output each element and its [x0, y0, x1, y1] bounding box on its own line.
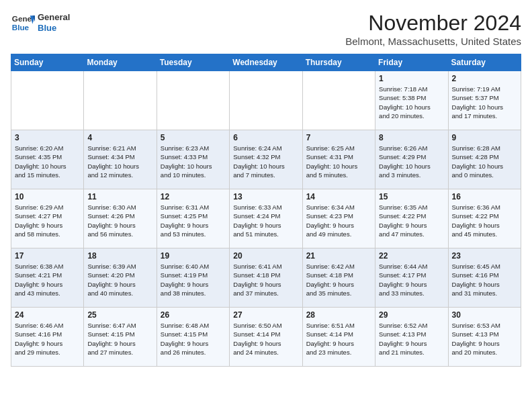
day-number: 11	[87, 192, 152, 201]
day-number: 15	[379, 192, 444, 201]
day-number: 20	[233, 251, 298, 261]
calendar-cell: 24Sunrise: 6:46 AM Sunset: 4:16 PM Dayli…	[11, 308, 84, 367]
day-info: Sunrise: 6:53 AM Sunset: 4:13 PM Dayligh…	[452, 321, 517, 357]
calendar-cell	[302, 71, 375, 130]
day-info: Sunrise: 6:20 AM Sunset: 4:35 PM Dayligh…	[15, 144, 80, 179]
calendar-week: 24Sunrise: 6:46 AM Sunset: 4:16 PM Dayli…	[11, 308, 521, 367]
calendar-cell: 30Sunrise: 6:53 AM Sunset: 4:13 PM Dayli…	[448, 308, 521, 367]
day-info: Sunrise: 6:42 AM Sunset: 4:18 PM Dayligh…	[306, 262, 371, 298]
day-number: 6	[233, 133, 298, 142]
calendar-week: 3Sunrise: 6:20 AM Sunset: 4:35 PM Daylig…	[11, 130, 521, 189]
calendar-cell: 16Sunrise: 6:36 AM Sunset: 4:22 PM Dayli…	[448, 189, 521, 248]
weekday-header: Wednesday	[230, 54, 302, 71]
calendar-cell: 26Sunrise: 6:48 AM Sunset: 4:15 PM Dayli…	[157, 308, 229, 367]
calendar-cell: 13Sunrise: 6:33 AM Sunset: 4:24 PM Dayli…	[230, 189, 302, 248]
day-info: Sunrise: 7:19 AM Sunset: 5:37 PM Dayligh…	[452, 85, 517, 120]
day-number: 13	[233, 192, 298, 201]
page-header: General Blue General Blue November 2024 …	[11, 11, 521, 47]
day-number: 1	[379, 74, 444, 83]
calendar-header: SundayMondayTuesdayWednesdayThursdayFrid…	[11, 54, 521, 71]
calendar-cell: 22Sunrise: 6:44 AM Sunset: 4:17 PM Dayli…	[375, 248, 448, 308]
day-number: 25	[87, 310, 152, 320]
calendar-cell: 9Sunrise: 6:28 AM Sunset: 4:28 PM Daylig…	[448, 130, 521, 189]
day-number: 18	[87, 251, 152, 261]
calendar-cell: 14Sunrise: 6:34 AM Sunset: 4:23 PM Dayli…	[302, 189, 375, 248]
day-number: 21	[306, 251, 371, 261]
day-number: 29	[379, 310, 444, 320]
day-number: 23	[452, 251, 517, 261]
day-info: Sunrise: 6:36 AM Sunset: 4:22 PM Dayligh…	[452, 203, 517, 238]
logo-blue-text: Blue	[38, 23, 70, 34]
day-number: 4	[87, 133, 152, 142]
weekday-header: Saturday	[448, 54, 521, 71]
day-number: 26	[161, 310, 226, 320]
day-info: Sunrise: 6:40 AM Sunset: 4:19 PM Dayligh…	[161, 262, 226, 298]
day-info: Sunrise: 6:31 AM Sunset: 4:25 PM Dayligh…	[161, 203, 226, 238]
calendar-cell: 29Sunrise: 6:52 AM Sunset: 4:13 PM Dayli…	[375, 308, 448, 367]
calendar-cell: 1Sunrise: 7:18 AM Sunset: 5:38 PM Daylig…	[375, 71, 448, 130]
day-info: Sunrise: 6:52 AM Sunset: 4:13 PM Dayligh…	[379, 321, 444, 357]
calendar-cell	[11, 71, 84, 130]
calendar-cell: 25Sunrise: 6:47 AM Sunset: 4:15 PM Dayli…	[84, 308, 157, 367]
day-number: 2	[452, 74, 517, 83]
calendar-cell: 18Sunrise: 6:39 AM Sunset: 4:20 PM Dayli…	[84, 248, 157, 308]
day-number: 27	[233, 310, 298, 320]
day-number: 12	[161, 192, 226, 201]
calendar-cell: 4Sunrise: 6:21 AM Sunset: 4:34 PM Daylig…	[84, 130, 157, 189]
weekday-header: Thursday	[302, 54, 375, 71]
day-info: Sunrise: 6:34 AM Sunset: 4:23 PM Dayligh…	[306, 203, 371, 238]
calendar-cell: 17Sunrise: 6:38 AM Sunset: 4:21 PM Dayli…	[11, 248, 84, 308]
day-number: 19	[161, 251, 226, 261]
day-info: Sunrise: 7:18 AM Sunset: 5:38 PM Dayligh…	[379, 85, 444, 120]
day-info: Sunrise: 6:47 AM Sunset: 4:15 PM Dayligh…	[87, 321, 152, 357]
calendar-cell: 23Sunrise: 6:45 AM Sunset: 4:16 PM Dayli…	[448, 248, 521, 308]
day-number: 8	[379, 133, 444, 142]
calendar-cell: 20Sunrise: 6:41 AM Sunset: 4:18 PM Dayli…	[230, 248, 302, 308]
day-number: 9	[452, 133, 517, 142]
calendar-cell: 27Sunrise: 6:50 AM Sunset: 4:14 PM Dayli…	[230, 308, 302, 367]
svg-text:Blue: Blue	[12, 23, 30, 32]
day-info: Sunrise: 6:21 AM Sunset: 4:34 PM Dayligh…	[87, 144, 152, 179]
day-info: Sunrise: 6:44 AM Sunset: 4:17 PM Dayligh…	[379, 262, 444, 298]
calendar-cell: 6Sunrise: 6:24 AM Sunset: 4:32 PM Daylig…	[230, 130, 302, 189]
day-info: Sunrise: 6:35 AM Sunset: 4:22 PM Dayligh…	[379, 203, 444, 238]
logo-icon: General Blue	[11, 11, 35, 35]
calendar-cell	[84, 71, 157, 130]
calendar-cell: 5Sunrise: 6:23 AM Sunset: 4:33 PM Daylig…	[157, 130, 229, 189]
day-number: 16	[452, 192, 517, 201]
day-info: Sunrise: 6:29 AM Sunset: 4:27 PM Dayligh…	[15, 203, 80, 238]
day-info: Sunrise: 6:26 AM Sunset: 4:29 PM Dayligh…	[379, 144, 444, 179]
month-title: November 2024	[345, 11, 521, 36]
weekday-header: Sunday	[11, 54, 84, 71]
day-number: 24	[15, 310, 80, 320]
day-number: 14	[306, 192, 371, 201]
logo: General Blue General Blue	[11, 11, 70, 35]
calendar-cell	[157, 71, 229, 130]
calendar-table: SundayMondayTuesdayWednesdayThursdayFrid…	[11, 54, 521, 367]
day-info: Sunrise: 6:48 AM Sunset: 4:15 PM Dayligh…	[161, 321, 226, 357]
calendar-cell: 7Sunrise: 6:25 AM Sunset: 4:31 PM Daylig…	[302, 130, 375, 189]
weekday-header: Friday	[375, 54, 448, 71]
day-info: Sunrise: 6:51 AM Sunset: 4:14 PM Dayligh…	[306, 321, 371, 357]
day-info: Sunrise: 6:39 AM Sunset: 4:20 PM Dayligh…	[87, 262, 152, 298]
day-number: 7	[306, 133, 371, 142]
day-info: Sunrise: 6:24 AM Sunset: 4:32 PM Dayligh…	[233, 144, 298, 179]
day-info: Sunrise: 6:25 AM Sunset: 4:31 PM Dayligh…	[306, 144, 371, 179]
calendar-week: 17Sunrise: 6:38 AM Sunset: 4:21 PM Dayli…	[11, 248, 521, 308]
day-info: Sunrise: 6:38 AM Sunset: 4:21 PM Dayligh…	[15, 262, 80, 298]
day-number: 17	[15, 251, 80, 261]
calendar-cell: 28Sunrise: 6:51 AM Sunset: 4:14 PM Dayli…	[302, 308, 375, 367]
logo-general-text: General	[38, 12, 70, 23]
weekday-header: Monday	[84, 54, 157, 71]
calendar-cell: 11Sunrise: 6:30 AM Sunset: 4:26 PM Dayli…	[84, 189, 157, 248]
calendar-body: 1Sunrise: 7:18 AM Sunset: 5:38 PM Daylig…	[11, 71, 521, 367]
day-info: Sunrise: 6:33 AM Sunset: 4:24 PM Dayligh…	[233, 203, 298, 238]
calendar-cell: 3Sunrise: 6:20 AM Sunset: 4:35 PM Daylig…	[11, 130, 84, 189]
location-title: Belmont, Massachusetts, United States	[345, 36, 521, 47]
calendar-cell: 8Sunrise: 6:26 AM Sunset: 4:29 PM Daylig…	[375, 130, 448, 189]
day-info: Sunrise: 6:45 AM Sunset: 4:16 PM Dayligh…	[452, 262, 517, 298]
calendar-week: 10Sunrise: 6:29 AM Sunset: 4:27 PM Dayli…	[11, 189, 521, 248]
day-number: 22	[379, 251, 444, 261]
calendar-cell: 21Sunrise: 6:42 AM Sunset: 4:18 PM Dayli…	[302, 248, 375, 308]
day-info: Sunrise: 6:23 AM Sunset: 4:33 PM Dayligh…	[161, 144, 226, 179]
